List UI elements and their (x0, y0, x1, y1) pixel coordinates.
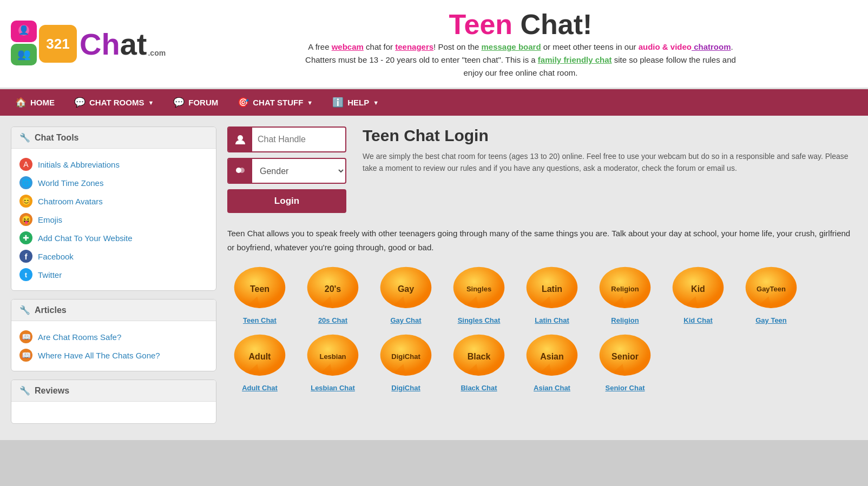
chat-bubble: Religion (598, 265, 652, 314)
svg-text:👥: 👥 (17, 48, 31, 61)
main-content-area: Gender Male Female Other Login Teen Chat… (227, 127, 857, 429)
chat-handle-input[interactable] (252, 130, 345, 149)
desc-end: . (731, 42, 733, 51)
add-chat-icon: ✚ (19, 231, 32, 244)
header-description: A free webcam chat for teenagers! Post o… (304, 41, 737, 79)
chat-room-item[interactable]: BlackBlack Chat (446, 332, 511, 392)
chat-tools-label: Chat Tools (35, 133, 78, 143)
chat-bubble-text: Latin (542, 284, 562, 294)
chat-room-item[interactable]: KidKid Chat (666, 265, 731, 324)
chat-bubble-text: Gay (398, 284, 414, 294)
chat-room-item[interactable]: LatinLatin Chat (520, 265, 584, 324)
nav-home-label: HOME (30, 98, 55, 107)
chat-room-name-link[interactable]: Latin Chat (535, 316, 569, 324)
sidebar-link-initials[interactable]: A Initials & Abbreviations (19, 155, 208, 174)
nav-help-label: HELP (347, 98, 369, 107)
chat-room-name-link[interactable]: Asian Chat (534, 384, 570, 392)
twitter-label: Twitter (38, 270, 62, 279)
chat-room-item[interactable]: SinglesSingles Chat (446, 265, 511, 324)
chat-room-name-link[interactable]: Adult Chat (242, 384, 278, 392)
nav-forum[interactable]: 💬 FORUM (163, 89, 228, 116)
nav-chat-rooms[interactable]: 💬 CHAT ROOMS ▼ (64, 89, 163, 116)
article-gone-label: Where Have All The Chats Gone? (38, 351, 160, 360)
sidebar: 🔧 Chat Tools A Initials & Abbreviations … (11, 127, 216, 429)
sidebar-link-emojis[interactable]: 😝 Emojis (19, 210, 208, 229)
chat-room-item[interactable]: GayGay Chat (373, 265, 438, 324)
logo-chat-text: Chat.com (80, 26, 166, 62)
sidebar-link-twitter[interactable]: t Twitter (19, 265, 208, 284)
chat-room-item[interactable]: 20's20s Chat (300, 265, 365, 324)
logo-area: 👤 👥 321 Chat.com (11, 21, 184, 67)
gender-icon (228, 159, 252, 183)
chat-room-item[interactable]: TeenTeen Chat (227, 265, 292, 324)
article-safe-icon: 📖 (19, 330, 32, 343)
chat-room-item[interactable]: GayTeenGay Teen (739, 265, 804, 324)
desc-pre: A free (308, 42, 331, 51)
chat-room-item[interactable]: AdultAdult Chat (227, 332, 292, 392)
message-board-link[interactable]: message board (482, 42, 541, 51)
chat-bubble-text: Adult (249, 352, 271, 362)
chat-room-item[interactable]: DigiChatDigiChat (373, 332, 438, 392)
article-gone-icon: 📖 (19, 349, 32, 362)
chat-tools-box: 🔧 Chat Tools A Initials & Abbreviations … (11, 127, 216, 291)
nav-chat-stuff[interactable]: 🎯 CHAT STUFF ▼ (228, 89, 323, 116)
chatroom-link[interactable]: chatroom (692, 42, 731, 51)
webcam-link[interactable]: webcam (332, 42, 364, 51)
sidebar-link-timezones[interactable]: 🌐 World Time Zones (19, 174, 208, 192)
facebook-icon: f (19, 250, 32, 263)
chat-room-name-link[interactable]: Lesbian Chat (311, 384, 355, 392)
sidebar-link-add-chat[interactable]: ✚ Add Chat To Your Website (19, 229, 208, 247)
chat-bubble: Singles (452, 265, 506, 314)
chat-room-name-link[interactable]: Kid Chat (683, 316, 712, 324)
chat-room-item[interactable]: AsianAsian Chat (520, 332, 584, 392)
chat-bubble-text: Teen (250, 284, 269, 294)
login-button[interactable]: Login (227, 189, 346, 213)
chat-bubble-text: Singles (466, 285, 491, 293)
sidebar-link-safe[interactable]: 📖 Are Chat Rooms Safe? (19, 328, 208, 346)
chat-bubble: Black (452, 332, 506, 381)
desc-post: ! Post on the (433, 42, 481, 51)
nav-help[interactable]: ℹ️ HELP ▼ (323, 89, 389, 116)
chat-room-name-link[interactable]: Religion (611, 316, 639, 324)
avatars-label: Chatroom Avatars (38, 197, 103, 206)
chat-bubble: Lesbian (306, 332, 360, 381)
nav-home[interactable]: 🏠 HOME (5, 89, 64, 116)
chat-room-name-link[interactable]: 20s Chat (318, 316, 347, 324)
chat-room-name-link[interactable]: Black Chat (461, 384, 497, 392)
chat-room-name-link[interactable]: Gay Teen (755, 316, 787, 324)
chat-bubble-text: DigiChat (391, 353, 420, 361)
login-desc-text: We are simply the best chat room for tee… (363, 150, 857, 175)
chat-room-item[interactable]: ReligionReligion (593, 265, 657, 324)
title-teen: Teen (449, 9, 513, 40)
header-title-area: Teen Chat! A free webcam chat for teenag… (184, 8, 857, 79)
chat-room-name-link[interactable]: Gay Chat (390, 316, 421, 324)
chat-room-name-link[interactable]: Teen Chat (243, 316, 277, 324)
chat-room-name-link[interactable]: DigiChat (391, 384, 420, 392)
chat-tools-body: A Initials & Abbreviations 🌐 World Time … (11, 149, 216, 290)
reviews-box: 🔧 Reviews (11, 380, 216, 424)
chat-bubble: Kid (671, 265, 725, 314)
avatars-icon: 😊 (19, 195, 32, 208)
forum-icon: 💬 (173, 97, 185, 108)
family-friendly-link[interactable]: family friendly chat (538, 55, 612, 64)
chat-room-name-link[interactable]: Senior Chat (606, 384, 645, 392)
chat-tools-header: 🔧 Chat Tools (11, 127, 216, 149)
gender-select[interactable]: Gender Male Female Other (252, 162, 345, 181)
teenagers-link[interactable]: teenagers (395, 42, 433, 51)
articles-header: 🔧 Articles (11, 299, 216, 321)
chat-bubble-text: Asian (540, 352, 564, 362)
main-content: 🔧 Chat Tools A Initials & Abbreviations … (0, 116, 868, 440)
chat-stuff-icon: 🎯 (238, 97, 249, 108)
sidebar-link-facebook[interactable]: f Facebook (19, 247, 208, 265)
handle-input-row (227, 127, 346, 152)
article-safe-label: Are Chat Rooms Safe? (38, 332, 121, 342)
help-dropdown-arrow: ▼ (373, 99, 379, 106)
sidebar-link-avatars[interactable]: 😊 Chatroom Avatars (19, 192, 208, 210)
chat-room-item[interactable]: SeniorSenior Chat (593, 332, 657, 392)
chat-room-item[interactable]: LesbianLesbian Chat (300, 332, 365, 392)
nav-chat-stuff-label: CHAT STUFF (253, 98, 303, 107)
chat-rooms-icon: 💬 (74, 97, 86, 108)
chat-room-name-link[interactable]: Singles Chat (458, 316, 501, 324)
sidebar-link-gone[interactable]: 📖 Where Have All The Chats Gone? (19, 346, 208, 364)
reviews-body (11, 402, 216, 423)
